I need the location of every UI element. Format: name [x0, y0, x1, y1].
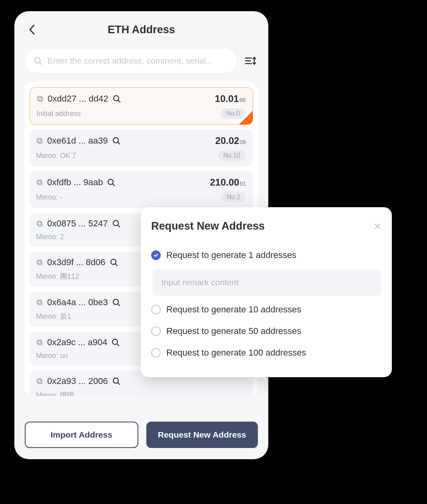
address-row: 0xdd27 ... dd42 10.0188 — [36, 93, 245, 104]
index-badge: No.0 — [221, 108, 245, 119]
radio-checked-icon — [151, 250, 161, 260]
address-text: 0x0875 ... 5247 — [47, 218, 108, 229]
svg-line-1 — [40, 62, 42, 64]
search-box[interactable] — [25, 48, 237, 74]
request-new-address-modal: Request New Address Request to generate … — [141, 207, 392, 377]
svg-rect-22 — [37, 260, 41, 264]
svg-line-36 — [118, 383, 120, 385]
copy-icon[interactable] — [36, 378, 43, 385]
svg-rect-17 — [38, 222, 42, 226]
memo-row: Memo: - No.2 — [36, 192, 246, 202]
address-text: 0x6a4a ... 0be3 — [47, 297, 108, 308]
close-icon — [373, 222, 381, 230]
magnify-icon[interactable] — [112, 298, 121, 307]
memo-text: Initial address — [36, 110, 81, 118]
address-row: 0xe61d ... aa39 20.0208 — [36, 135, 246, 146]
svg-rect-21 — [38, 261, 42, 265]
svg-line-12 — [118, 142, 120, 144]
svg-line-20 — [118, 225, 120, 227]
svg-rect-29 — [38, 341, 42, 345]
modal-title: Request New Address — [151, 220, 265, 232]
memo-text: Memo: 新1 — [36, 312, 71, 321]
copy-icon[interactable] — [36, 179, 43, 186]
generate-option[interactable]: Request to generate 10 addresses — [151, 299, 381, 320]
magnify-icon[interactable] — [112, 136, 121, 145]
memo-text: Memo: OK了 — [36, 151, 78, 160]
address-row: 0xfdfb ... 9aab 210.0091 — [36, 177, 246, 188]
magnify-icon[interactable] — [112, 219, 121, 228]
svg-rect-34 — [37, 379, 41, 383]
svg-line-28 — [118, 304, 120, 306]
svg-rect-5 — [38, 97, 42, 101]
radio-unchecked-icon — [151, 305, 161, 314]
svg-rect-26 — [37, 300, 41, 304]
radio-unchecked-icon — [151, 348, 161, 358]
back-button[interactable] — [27, 25, 37, 34]
memo-text: Memo: uu — [36, 352, 68, 360]
copy-icon[interactable] — [36, 220, 43, 227]
option-label: Request to generate 1 addresses — [166, 250, 296, 260]
address-text: 0x2a93 ... 2006 — [47, 376, 108, 386]
svg-line-24 — [115, 264, 117, 266]
memo-text: Memo: 圈112 — [36, 272, 79, 281]
balance: 20.0208 — [215, 135, 246, 146]
app-header: ETH Address — [14, 11, 268, 48]
option-label: Request to generate 100 addresses — [166, 348, 306, 358]
address-text: 0x3d9f ... 8d06 — [47, 257, 106, 268]
svg-line-32 — [117, 344, 119, 346]
memo-row: Initial address No.0 — [36, 108, 245, 119]
address-text: 0xdd27 ... dd42 — [48, 94, 108, 104]
svg-rect-6 — [38, 96, 42, 100]
sort-button[interactable] — [243, 54, 258, 68]
address-card[interactable]: 0xdd27 ... dd42 10.0188 Initial address … — [30, 87, 253, 125]
radio-unchecked-icon — [151, 326, 161, 336]
copy-icon[interactable] — [36, 339, 43, 346]
index-badge: No.10 — [217, 150, 246, 161]
modal-header: Request New Address — [151, 220, 381, 232]
copy-icon[interactable] — [36, 137, 43, 144]
remark-input[interactable] — [153, 269, 381, 296]
import-address-button[interactable]: Import Address — [25, 422, 138, 448]
search-row — [14, 48, 268, 74]
address-card[interactable]: 0xfdfb ... 9aab 210.0091 Memo: - No.2 — [30, 171, 253, 208]
address-text: 0xe61d ... aa39 — [47, 136, 108, 146]
address-text: 0x2a9c ... a904 — [47, 337, 107, 348]
svg-rect-18 — [37, 221, 41, 225]
memo-text: Memo: 2 — [36, 233, 64, 241]
request-new-address-button[interactable]: Request New Address — [146, 422, 258, 448]
memo-row: Memo: OK了 No.10 — [36, 150, 246, 161]
memo-text: Memo: - — [36, 193, 62, 202]
copy-icon[interactable] — [36, 259, 43, 266]
svg-rect-9 — [38, 139, 42, 143]
svg-line-16 — [113, 184, 115, 186]
address-row: 0x2a93 ... 2006 — [36, 376, 246, 386]
modal-close-button[interactable] — [373, 222, 381, 230]
magnify-icon[interactable] — [111, 338, 120, 347]
option-label: Request to generate 10 addresses — [166, 304, 301, 315]
sort-icon — [245, 56, 257, 66]
address-card[interactable]: 0xe61d ... aa39 20.0208 Memo: OK了 No.10 — [30, 130, 253, 166]
svg-rect-33 — [38, 380, 42, 384]
magnify-icon[interactable] — [110, 258, 118, 267]
magnify-icon[interactable] — [112, 94, 121, 103]
bottom-bar: Import Address Request New Address — [25, 422, 258, 448]
svg-rect-10 — [37, 138, 41, 142]
option-label: Request to generate 50 addresses — [166, 326, 301, 336]
memo-text: Memo: 哦哦 — [36, 390, 74, 396]
balance: 210.0091 — [210, 177, 246, 188]
svg-rect-30 — [37, 340, 41, 344]
generate-option[interactable]: Request to generate 1 addresses — [151, 244, 381, 266]
svg-rect-13 — [38, 181, 42, 185]
search-input[interactable] — [48, 56, 229, 66]
generate-option[interactable]: Request to generate 100 addresses — [151, 342, 381, 364]
memo-row: Memo: 哦哦 — [36, 390, 246, 396]
copy-icon[interactable] — [36, 299, 43, 306]
generate-option[interactable]: Request to generate 50 addresses — [151, 320, 381, 342]
copy-icon[interactable] — [36, 95, 44, 102]
magnify-icon[interactable] — [112, 377, 121, 386]
search-icon — [33, 56, 43, 66]
address-text: 0xfdfb ... 9aab — [47, 177, 103, 188]
magnify-icon[interactable] — [107, 178, 116, 187]
balance: 10.0188 — [215, 93, 245, 104]
svg-line-8 — [118, 100, 120, 102]
